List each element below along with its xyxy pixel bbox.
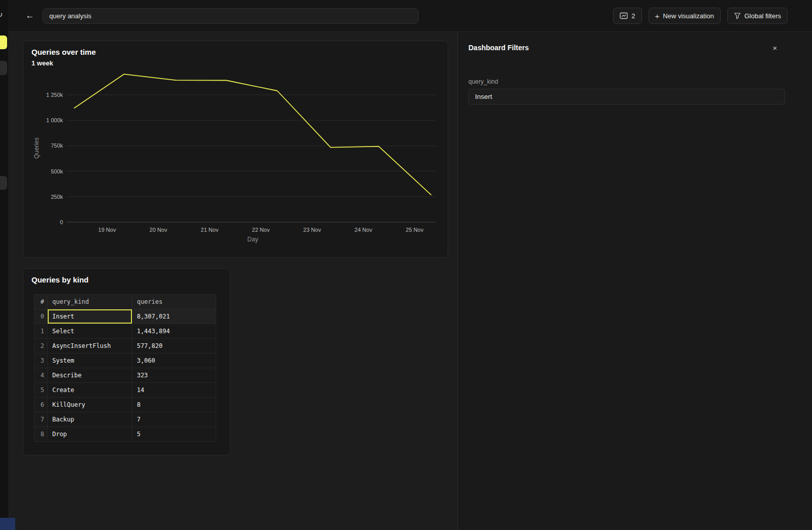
queries-cell[interactable]: 577,820 [132, 339, 216, 354]
queries-cell[interactable]: 323 [132, 368, 216, 383]
global-filters-label: Global filters [745, 12, 781, 20]
queries-over-time-card[interactable]: Queries over time 1 week 0250k500k750k1 … [23, 41, 448, 258]
rail-item[interactable] [0, 176, 7, 190]
queries-cell[interactable]: 7 [132, 412, 216, 427]
row-index-cell[interactable]: 4 [35, 368, 48, 383]
table-row[interactable]: 7Backup7 [35, 412, 216, 427]
row-index-cell[interactable]: 2 [35, 339, 48, 354]
x-tick-label: 20 Nov [150, 227, 167, 233]
query-kind-cell[interactable]: System [47, 354, 132, 368]
dashboard-title-input[interactable] [43, 8, 419, 24]
row-index-cell[interactable]: 0 [35, 309, 48, 324]
y-axis-title: Queries [33, 137, 40, 159]
y-tick-label: 500k [51, 168, 63, 174]
query-kind-cell[interactable]: Create [47, 383, 132, 398]
queries-table-body: 0Insert8,307,0211Select1,443,8942AsyncIn… [35, 309, 216, 442]
chart-subtitle: 1 week [31, 59, 53, 67]
row-index-cell[interactable]: 8 [35, 427, 48, 442]
global-filters-button[interactable]: Global filters [727, 8, 788, 24]
corner-logo [0, 518, 15, 530]
row-index-cell[interactable]: 7 [35, 412, 48, 427]
visualization-count-label: 2 [631, 12, 635, 20]
query-kind-filter-input[interactable] [468, 89, 785, 104]
table-row[interactable]: 8Drop5 [35, 427, 216, 442]
new-visualization-button[interactable]: + New visualization [649, 8, 721, 24]
x-tick-label: 19 Nov [98, 227, 116, 233]
y-tick-label: 1 250k [46, 92, 63, 98]
x-tick-label: 24 Nov [355, 227, 373, 233]
table-header-row: # query_kind queries [35, 295, 216, 309]
y-tick-label: 1 000k [46, 117, 63, 123]
new-visualization-label: New visualization [663, 12, 714, 20]
queries-by-kind-card[interactable]: Queries by kind # query_kind queries 0In… [23, 268, 230, 455]
table-row[interactable]: 2AsyncInsertFlush577,820 [35, 339, 216, 354]
app-root: ↻ ← 2 + New visualization [0, 0, 812, 530]
table-title: Queries by kind [31, 275, 89, 284]
x-tick-label: 22 Nov [252, 227, 270, 233]
visualization-count-button[interactable]: 2 [613, 8, 641, 24]
row-index-cell[interactable]: 6 [35, 398, 48, 412]
table-row[interactable]: 6KillQuery8 [35, 398, 216, 412]
queries-cell[interactable]: 14 [132, 383, 216, 398]
close-icon[interactable]: × [769, 42, 781, 53]
column-header-queries[interactable]: queries [132, 295, 216, 309]
visualization-count-icon [620, 12, 628, 19]
plus-icon: + [655, 12, 660, 20]
table-row[interactable]: 1Select1,443,894 [35, 324, 216, 339]
rail-item-active[interactable] [0, 36, 7, 49]
content-row: Queries over time 1 week 0250k500k750k1 … [8, 32, 812, 530]
filters-panel-title: Dashboard Filters [468, 44, 529, 52]
column-header-query-kind[interactable]: query_kind [47, 295, 132, 309]
table-row[interactable]: 5Create14 [35, 383, 216, 398]
row-index-cell[interactable]: 3 [35, 354, 48, 368]
x-tick-label: 25 Nov [406, 227, 424, 233]
dashboard-filters-panel: Dashboard Filters × query_kind [457, 32, 812, 530]
refresh-icon[interactable]: ↻ [0, 10, 3, 19]
funnel-icon [734, 12, 741, 19]
filter-field-label: query_kind [468, 78, 498, 85]
queries-cell[interactable]: 5 [132, 427, 216, 442]
x-axis-title: Day [247, 236, 258, 243]
queries-cell[interactable]: 1,443,894 [132, 324, 216, 339]
queries-cell[interactable]: 8,307,021 [132, 309, 216, 324]
y-tick-label: 750k [51, 143, 63, 149]
y-tick-label: 0 [60, 219, 63, 225]
row-index-cell[interactable]: 5 [35, 383, 48, 398]
row-index-cell[interactable]: 1 [35, 324, 48, 339]
query-kind-cell[interactable]: AsyncInsertFlush [47, 339, 132, 354]
column-header-index[interactable]: # [35, 295, 48, 309]
queries-line-series [74, 74, 431, 195]
dashboard-canvas: Queries over time 1 week 0250k500k750k1 … [8, 32, 457, 530]
main-column: ← 2 + New visualization [8, 0, 812, 530]
queries-over-time-chart[interactable]: 0250k500k750k1 000k1 250k19 Nov20 Nov21 … [23, 66, 449, 258]
query-kind-cell[interactable]: Insert [47, 309, 132, 324]
table-row[interactable]: 3System3,060 [35, 354, 216, 368]
x-tick-label: 23 Nov [303, 227, 321, 233]
queries-cell[interactable]: 3,060 [132, 354, 216, 368]
x-tick-label: 21 Nov [201, 227, 219, 233]
back-button[interactable]: ← [23, 9, 37, 22]
queries-cell[interactable]: 8 [132, 398, 216, 412]
y-tick-label: 250k [51, 194, 63, 200]
query-kind-cell[interactable]: Drop [47, 427, 132, 442]
rail-item[interactable] [0, 61, 7, 75]
queries-by-kind-table: # query_kind queries 0Insert8,307,0211Se… [34, 294, 216, 442]
table-row[interactable]: 4Describe323 [35, 368, 216, 383]
query-kind-cell[interactable]: Backup [47, 412, 132, 427]
table-row[interactable]: 0Insert8,307,021 [35, 309, 216, 324]
query-kind-cell[interactable]: Select [47, 324, 132, 339]
left-rail: ↻ [0, 0, 8, 530]
chart-title: Queries over time [31, 48, 96, 56]
query-kind-cell[interactable]: Describe [47, 368, 132, 383]
topbar: ← 2 + New visualization [8, 0, 812, 32]
query-kind-cell[interactable]: KillQuery [47, 398, 132, 412]
